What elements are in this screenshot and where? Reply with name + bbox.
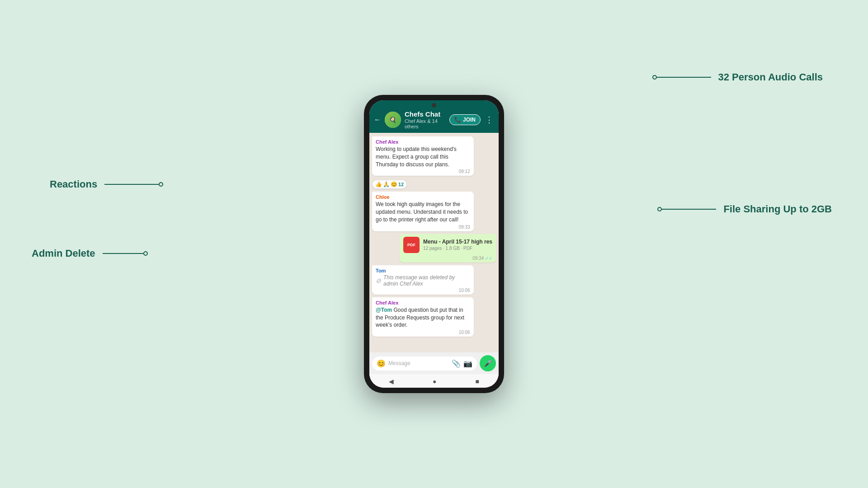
message-5: Chef Alex @Tom Good question but put tha… <box>372 297 474 337</box>
sender-tom: Tom <box>376 268 470 273</box>
camera-notch <box>432 103 436 108</box>
pdf-icon: PDF <box>403 237 420 253</box>
join-button[interactable]: 📞 JOIN <box>449 114 481 125</box>
sender-chloe: Chloe <box>376 194 470 200</box>
reactions-line <box>104 184 159 185</box>
message-time-4: 10:06 <box>459 288 470 293</box>
group-avatar: 🍳 <box>385 112 401 128</box>
mention-tom: @Tom <box>376 307 392 313</box>
reaction-smile: 😊 <box>391 181 397 188</box>
message-time-2: 09:33 <box>459 225 470 230</box>
file-attachment: PDF Menu - April 15-17 high res 12 pages… <box>403 237 492 253</box>
phone-mockup: ← 🍳 Chefs Chat Chef Alex & 14 others 📞 J… <box>364 95 504 393</box>
pdf-filename: Menu - April 15-17 high res <box>423 239 492 245</box>
phone-screen: ← 🍳 Chefs Chat Chef Alex & 14 others 📞 J… <box>369 100 499 388</box>
audio-calls-line <box>657 77 711 78</box>
phone-icon: 📞 <box>454 117 461 123</box>
back-button[interactable]: ← <box>374 116 381 124</box>
phone-navbar: ◀ ● ■ <box>369 374 499 388</box>
mic-button[interactable]: 🎤 <box>480 355 496 371</box>
chat-info[interactable]: Chefs Chat Chef Alex & 14 others <box>405 110 446 129</box>
reaction-pray: 🙏 <box>383 181 390 188</box>
chat-subtitle: Chef Alex & 14 others <box>405 118 446 129</box>
messages-area: Chef Alex Working to update this weekend… <box>369 133 499 352</box>
nav-recents-button[interactable]: ■ <box>476 378 479 385</box>
reaction-thumbsup: 👍 <box>375 181 382 188</box>
message-input-container[interactable]: 😊 Message 📎 📷 <box>372 357 477 371</box>
join-label: JOIN <box>463 117 476 123</box>
deleted-text-content: This message was deleted by admin Chef A… <box>383 274 470 287</box>
pdf-meta: 12 pages · 1.8 GB · PDF <box>423 246 492 251</box>
chat-name: Chefs Chat <box>405 110 446 118</box>
phone-shell: ← 🍳 Chefs Chat Chef Alex & 14 others 📞 J… <box>364 95 504 393</box>
message-4-deleted: Tom ⊘ This message was deleted by admin … <box>372 265 474 295</box>
admin-delete-annotation: Admin Delete <box>32 248 148 259</box>
reactions-annotation: Reactions <box>50 178 163 190</box>
admin-delete-dot <box>143 251 148 256</box>
message-text-5: @Tom Good question but put that in the P… <box>376 306 470 329</box>
message-text-2: We took high quality images for the upda… <box>376 201 470 223</box>
message-ticks: ✓✓ <box>485 256 492 261</box>
reactions-dot <box>159 182 163 187</box>
attach-button[interactable]: 📎 <box>452 359 461 368</box>
message-input-placeholder[interactable]: Message <box>388 360 449 366</box>
admin-delete-line <box>103 253 143 254</box>
input-bar: 😊 Message 📎 📷 🎤 <box>369 352 499 374</box>
message-text-1: Working to update this weekend's menu. E… <box>376 145 470 168</box>
file-sharing-dot <box>657 207 662 211</box>
reactions-label: Reactions <box>50 178 97 190</box>
file-sharing-label: File Sharing Up to 2GB <box>723 203 832 215</box>
sender-chef-alex-1: Chef Alex <box>376 139 470 145</box>
message-time-3: 09:34 ✓✓ <box>472 256 492 261</box>
avatar-initials: 🍳 <box>385 112 401 128</box>
message-time-1: 09:12 <box>459 169 470 174</box>
admin-delete-label: Admin Delete <box>32 248 95 259</box>
more-options-button[interactable]: ⋮ <box>484 115 494 125</box>
audio-calls-label: 32 Person Audio Calls <box>718 71 823 83</box>
message-3-pdf: PDF Menu - April 15-17 high res 12 pages… <box>400 234 496 263</box>
audio-calls-annotation: 32 Person Audio Calls <box>652 71 823 83</box>
deleted-message-text: ⊘ This message was deleted by admin Chef… <box>376 274 470 287</box>
message-1: Chef Alex Working to update this weekend… <box>372 136 474 176</box>
file-info: Menu - April 15-17 high res 12 pages · 1… <box>423 239 492 251</box>
message-time-5: 10:06 <box>459 330 470 335</box>
deleted-icon: ⊘ <box>376 277 381 284</box>
camera-button[interactable]: 📷 <box>463 359 472 368</box>
audio-calls-dot <box>652 75 657 80</box>
nav-back-button[interactable]: ◀ <box>389 378 394 385</box>
file-sharing-line <box>662 209 716 210</box>
message-2: Chloe We took high quality images for th… <box>372 192 474 231</box>
sender-chef-alex-2: Chef Alex <box>376 300 470 305</box>
reaction-count: 12 <box>398 182 404 187</box>
message-reactions[interactable]: 👍 🙏 😊 12 <box>372 180 407 189</box>
file-sharing-annotation: File Sharing Up to 2GB <box>657 203 832 215</box>
emoji-button[interactable]: 😊 <box>377 359 386 368</box>
nav-home-button[interactable]: ● <box>433 378 436 385</box>
